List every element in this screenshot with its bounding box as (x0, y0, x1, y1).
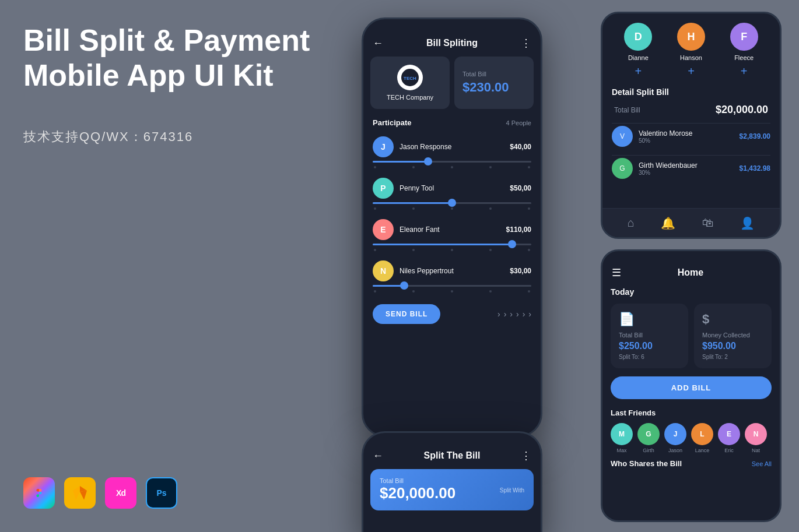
split-avatar: V (612, 126, 633, 147)
slider-dot (451, 290, 453, 293)
phone2-title: Split The Bill (424, 450, 481, 461)
who-shares-header: Who Shares the Bill See All (602, 453, 780, 468)
left-section: Bill Split & Payment Mobile App UI Kit 技… (23, 23, 362, 146)
slider-track[interactable] (373, 285, 531, 287)
person-name: Jason Response (400, 143, 451, 151)
slider-dots (373, 290, 531, 293)
lf-name: Jason (668, 448, 682, 453)
page-arrow[interactable]: › (528, 309, 531, 319)
total-bill-card: 📄 Total Bill $250.00 Split To: 6 (611, 304, 688, 368)
person-amount: $50,00 (510, 184, 531, 192)
back-arrow-icon[interactable]: ← (373, 450, 383, 462)
person-info: E Eleanor Fant $110,00 (373, 219, 531, 240)
page-arrow[interactable]: › (504, 309, 507, 319)
svg-text:TECH: TECH (404, 76, 416, 81)
see-all-button[interactable]: See All (752, 460, 772, 467)
slider-dot (528, 290, 530, 293)
slider-dot (374, 249, 376, 251)
person-amount: $40,00 (510, 143, 531, 151)
slider-fill (373, 202, 452, 204)
split-amount: $2,839.00 (740, 132, 770, 140)
person-split-row: V Valentino Morose 50% $2,839.00 (612, 123, 770, 149)
split-info: Valentino Morose 50% (639, 129, 734, 144)
card-title: Total Bill (619, 332, 680, 339)
slider-dot (412, 207, 415, 210)
page-arrow[interactable]: › (497, 309, 500, 319)
slider-dot (489, 166, 492, 168)
lf-item: E Eric (718, 423, 740, 453)
slider-thumb[interactable] (448, 199, 456, 207)
bell-nav-icon[interactable]: 🔔 (661, 216, 675, 230)
total-bill-amount: $20,000.00 (380, 484, 455, 502)
lf-item: N Nat (745, 423, 767, 453)
card-amount: $950.00 (702, 341, 763, 351)
page-arrow[interactable]: › (510, 309, 513, 319)
phone-notch (417, 19, 487, 32)
slider-thumb[interactable] (508, 240, 516, 248)
people-count: 4 People (506, 119, 531, 126)
slider-dot (528, 249, 530, 251)
slider-dot (412, 290, 415, 293)
phone2-blue-card: Total Bill $20,000.00 Split With (370, 469, 534, 510)
slider-track[interactable] (373, 202, 531, 204)
person-name: Eleanor Fant (400, 226, 440, 234)
page-arrow[interactable]: › (516, 309, 519, 319)
pagination: › › › › › › (446, 309, 531, 319)
avatar: P (373, 178, 394, 199)
add-bill-button[interactable]: ADD BILL (611, 376, 772, 399)
card-sub: Split To: 6 (619, 354, 680, 360)
phone-2-mockup: ← Split The Bill ⋮ Total Bill $20,000.00… (362, 431, 542, 532)
more-options-icon[interactable]: ⋮ (521, 449, 531, 462)
more-options-icon[interactable]: ⋮ (521, 37, 531, 50)
person-info: P Penny Tool $50,00 (373, 178, 531, 199)
money-collected-card: $ Money Collected $950.00 Split To: 2 (694, 304, 772, 368)
split-with-label: Split With (500, 487, 524, 494)
card-amount: $250.00 (619, 341, 680, 351)
slider-track[interactable] (373, 244, 531, 245)
split-info: Girth Wiedenbauer 30% (639, 161, 734, 176)
company-card: TECH TECH Company (370, 57, 450, 109)
friend-avatar: D (624, 23, 652, 51)
home-content: Today 📄 Total Bill $250.00 Split To: 6 $… (602, 287, 780, 453)
ps-icon: Ps (146, 477, 177, 509)
person-amount: $30,00 (510, 267, 531, 275)
friend-name: Hanson (680, 54, 702, 61)
add-friend-icon[interactable]: + (688, 65, 695, 78)
lf-avatar: G (637, 423, 660, 445)
phone1-title: Bill Spliting (426, 38, 478, 48)
phone2-card-left: Total Bill $20,000.00 (380, 477, 455, 502)
send-bill-button[interactable]: SEND BILL (373, 304, 440, 324)
person-left: P Penny Tool (373, 178, 434, 199)
slider-dot (374, 166, 376, 168)
subtitle: 技术支持QQ/WX：674316 (23, 128, 362, 146)
person-row: N Niles Peppertrout $30,00 (363, 257, 541, 298)
total-bill-label: Total Bill (462, 71, 525, 77)
back-arrow-icon[interactable]: ← (373, 37, 383, 50)
slider-dots (373, 207, 531, 210)
lf-item: J Jason (664, 423, 686, 453)
add-friend-icon[interactable]: + (741, 65, 748, 78)
slider-dot (489, 207, 492, 210)
page-arrow[interactable]: › (523, 309, 525, 319)
friend-name: Fleece (734, 54, 754, 61)
split-pct: 50% (639, 138, 734, 144)
friend-item: H Hanson + (677, 23, 705, 78)
last-friends-label: Last Friends (611, 408, 656, 417)
shop-nav-icon[interactable]: 🛍 (702, 216, 714, 230)
slider-thumb[interactable] (424, 157, 432, 165)
slider-thumb[interactable] (400, 281, 408, 290)
slider-track[interactable] (373, 161, 531, 163)
add-friend-icon[interactable]: + (635, 65, 642, 78)
lf-item: L Lance (691, 423, 713, 453)
profile-nav-icon[interactable]: 👤 (740, 216, 755, 230)
slider-dot (374, 290, 376, 293)
friend-avatar: F (730, 23, 758, 51)
total-bill-label: Total Bill (380, 477, 455, 484)
home-nav-icon[interactable]: ⌂ (628, 216, 635, 230)
friends-row: D Dianne + H Hanson + F Fleece + (612, 23, 770, 78)
lf-name: Girth (643, 448, 654, 453)
phone2-card-right: Split With (500, 486, 524, 494)
slider-fill (373, 285, 404, 287)
menu-icon[interactable]: ☰ (612, 266, 621, 279)
company-section: TECH TECH Company Total Bill $230.00 (370, 57, 534, 109)
